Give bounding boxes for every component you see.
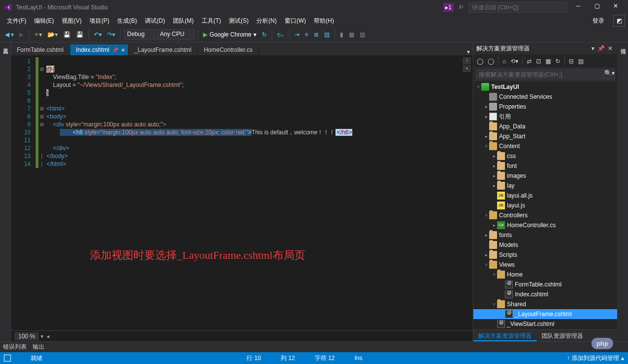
menu-item[interactable]: 分析(N) [252,16,281,25]
nav-back-button[interactable]: ◀ ▾ [3,30,16,39]
menu-item[interactable]: 测试(S) [225,16,252,25]
tree-node[interactable]: ▸Scripts [473,250,617,260]
split-button[interactable]: ▯ [463,57,471,64]
menu-item[interactable]: 视图(V) [58,16,85,25]
tree-node[interactable]: ▿Controllers [473,210,617,220]
sln-sync-icon[interactable]: ⟲▾ [509,57,520,66]
tree-node[interactable]: ▸font [473,161,617,171]
sln-options-icon[interactable]: ▾ [590,45,596,52]
open-file-button[interactable]: 📂▾ [45,30,60,39]
minimize-button[interactable]: ─ [570,1,586,14]
menu-item[interactable]: 工具(T) [198,16,225,25]
code-editor[interactable]: 1234567891011121314 ⊟ ⊟⊟⊟││ @{ ViewBag.T… [11,55,473,330]
user-icon[interactable]: ◩ [613,15,625,27]
document-tab[interactable]: HomeController.cs [198,44,259,55]
browser-link-button[interactable]: ⎋▾ [275,30,286,39]
step-into-icon[interactable]: ⇥ [293,30,301,39]
tree-node[interactable]: ▿TestLayUI [473,82,617,92]
tree-node[interactable]: ▿Content [473,141,617,151]
sln-close-icon[interactable]: ✕ [606,45,614,52]
tree-node[interactable]: Connected Services [473,92,617,102]
menu-item[interactable]: 文件(F) [3,16,30,25]
quick-launch-input[interactable] [469,2,568,13]
sln-filter-icon[interactable]: ⊡ [535,57,543,66]
maximize-button[interactable]: ▢ [588,1,605,14]
feedback-icon[interactable]: ⚐ [456,4,467,11]
zoom-combo[interactable]: 100 % [15,332,39,340]
tree-node[interactable]: _ViewStart.cshtml [473,319,617,329]
tab-team-explorer[interactable]: 团队资源管理器 [537,330,588,341]
tab-solution-explorer[interactable]: 解决方案资源管理器 [473,330,537,341]
tree-node[interactable]: JSlayui.all.js [473,191,617,201]
tree-node[interactable]: ▸css [473,151,617,161]
tree-node[interactable]: FormTable.cshtml [473,280,617,289]
tree-node[interactable]: ▸images [473,171,617,181]
comment-icon[interactable]: ≡ [303,30,310,39]
bookmark-icon[interactable]: ▤ [322,30,332,39]
tree-node[interactable]: ▸引用 [473,112,617,121]
tree-node[interactable]: ▸fonts [473,230,617,240]
sign-in-link[interactable]: 登录 [587,16,609,26]
start-debug-button[interactable]: ▶Google Chrome ▾ [201,30,258,39]
tree-node[interactable]: JSlayui.js [473,201,617,210]
browser-refresh-button[interactable]: ↻ [260,30,269,39]
document-tab[interactable]: _LayoutFrame.cshtml [128,44,198,55]
nav-fwd-button[interactable]: ▶ [17,30,26,39]
tree-node[interactable]: Index.cshtml [473,289,617,299]
uncomment-icon[interactable]: ≣ [312,30,321,39]
sln-search-input[interactable] [475,69,604,80]
code-content[interactable]: @{ ViewBag.Title = "Index"; Layout = "~/… [46,57,473,168]
sln-collapse-icon[interactable]: ⊟ [567,57,575,66]
tool2-icon[interactable]: ▧ [358,30,367,39]
tab-error-list[interactable]: 错误列表 [3,343,27,351]
sln-properties-icon[interactable]: ▤ [577,57,585,66]
tree-node[interactable]: _LayoutFrame.cshtml [473,309,617,319]
sln-pin-icon[interactable]: 📌 [596,45,606,52]
document-tab[interactable]: FormTable.cshtml [11,44,70,55]
sln-back-icon[interactable]: ◯ [475,57,485,66]
save-all-button[interactable]: 💾 [74,30,85,39]
tree-node[interactable]: ▸Properties [473,102,617,112]
new-project-button[interactable]: ✧▾ [32,30,44,39]
undo-button[interactable]: ↶▾ [92,30,104,39]
tree-node[interactable]: ▿Shared [473,299,617,309]
menu-item[interactable]: 项目(P) [85,16,113,25]
sln-search-button[interactable]: 🔍▾ [604,69,615,80]
zoom-dropdown-icon[interactable]: ▾ [41,333,43,340]
flag-icon[interactable]: ▮ [338,30,345,39]
close-button[interactable]: ✕ [607,1,624,14]
tree-node[interactable]: ▸App_Start [473,131,617,141]
tree-node[interactable]: ▿Views [473,260,617,270]
save-button[interactable]: 💾 [61,30,73,39]
notification-flag[interactable]: ▸1 [443,3,454,12]
source-control-button[interactable]: ↑ 添加到源代码管理 ▴ [567,354,624,363]
sln-refresh-icon[interactable]: ↻ [554,57,562,66]
tab-output[interactable]: 输出 [33,343,44,351]
menu-item[interactable]: 生成(B) [113,16,141,25]
toolbox-tab[interactable]: 工具箱 [0,42,11,341]
tree-node[interactable]: ▿Home [473,270,617,280]
tree-node[interactable]: Models [473,240,617,250]
document-tab[interactable]: Index.cshtml📌✕ [70,44,128,55]
sln-home-icon[interactable]: ⌂ [501,57,507,66]
sln-scope-icon[interactable]: ⇄ [525,57,533,66]
config-dropdown[interactable]: Debug [124,29,155,40]
tree-node[interactable]: App_Data [473,121,617,131]
status-mode-icon[interactable] [4,355,11,362]
menu-item[interactable]: 编辑(E) [30,16,58,25]
sln-showall-icon[interactable]: ▦ [544,57,552,66]
tool1-icon[interactable]: ▦ [347,30,356,39]
solution-tree[interactable]: ▿TestLayUIConnected Services▸Properties▸… [473,81,617,329]
tree-node[interactable]: ▸C#HomeController.cs [473,220,617,230]
platform-dropdown[interactable]: Any CPU [157,29,195,40]
redo-button[interactable]: ↷▾ [105,30,117,39]
properties-tab[interactable]: 属性 [617,42,628,341]
menu-item[interactable]: 团队(M) [169,16,198,25]
menu-item[interactable]: 帮助(H) [310,16,338,25]
tablist-dropdown[interactable]: ▾ [464,48,473,55]
tree-node[interactable]: ▸lay [473,181,617,191]
menu-item[interactable]: 窗口(W) [281,16,310,25]
sln-fwd-icon[interactable]: ◯ [486,57,496,66]
scroll-up-button[interactable]: ▴ [463,65,471,72]
menu-item[interactable]: 调试(D) [141,16,169,25]
